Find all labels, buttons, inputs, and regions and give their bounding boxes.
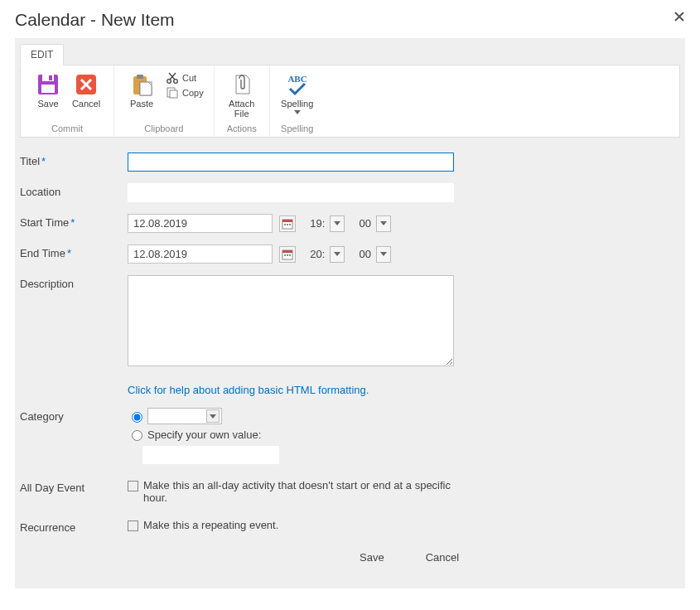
recurrence-checkbox[interactable]: [128, 520, 138, 531]
location-input[interactable]: [128, 183, 454, 202]
close-button[interactable]: [673, 10, 685, 25]
cancel-icon: [74, 72, 99, 97]
ribbon-group-label-commit: Commit: [29, 123, 105, 133]
svg-rect-20: [284, 254, 286, 256]
end-time-label-text: End Time: [20, 247, 65, 259]
spelling-label: Spelling: [281, 99, 313, 109]
start-time-label: Start Time*: [20, 214, 128, 229]
svg-rect-11: [170, 90, 177, 98]
paste-icon: [129, 72, 154, 97]
start-min-select[interactable]: [376, 215, 391, 232]
end-time-label: End Time*: [20, 244, 128, 259]
footer-cancel-button[interactable]: Cancel: [426, 551, 459, 564]
category-radio-select[interactable]: [132, 412, 142, 423]
svg-rect-15: [284, 224, 286, 225]
paste-button[interactable]: Paste: [123, 70, 161, 110]
svg-rect-17: [289, 224, 291, 225]
attach-label-1: Attach: [229, 99, 254, 109]
title-label-text: Titel: [20, 155, 40, 167]
description-input[interactable]: [128, 275, 454, 366]
chevron-down-icon: [210, 414, 216, 419]
spelling-button[interactable]: ABC Spelling: [278, 70, 316, 116]
svg-rect-6: [137, 75, 143, 79]
save-label: Save: [37, 99, 58, 109]
copy-label: Copy: [182, 88, 204, 98]
footer-save-button[interactable]: Save: [360, 551, 384, 564]
ribbon-group-clipboard: Paste Cut: [114, 65, 215, 137]
svg-rect-21: [287, 254, 288, 256]
start-date-input[interactable]: [128, 214, 273, 233]
category-radio-own[interactable]: [132, 430, 142, 441]
start-hour-select[interactable]: [330, 215, 345, 232]
spelling-icon: ABC: [283, 72, 311, 97]
end-date-input[interactable]: [128, 244, 273, 264]
allday-label: All Day Event: [20, 479, 128, 494]
ribbon-group-label-spelling: Spelling: [278, 123, 316, 133]
cut-label: Cut: [182, 73, 196, 83]
save-icon: [36, 72, 60, 97]
paste-label: Paste: [130, 99, 153, 109]
description-label: Description: [20, 275, 128, 290]
end-min-select[interactable]: [376, 246, 391, 263]
copy-icon: [166, 86, 179, 99]
svg-rect-16: [287, 224, 288, 225]
category-own-input[interactable]: [142, 446, 279, 464]
cancel-button[interactable]: Cancel: [67, 70, 105, 110]
ribbon-group-spelling: ABC Spelling Spelling: [270, 65, 325, 137]
end-hour-value: 20:: [310, 248, 325, 260]
attach-icon: [229, 72, 254, 97]
svg-text:ABC: ABC: [287, 74, 307, 84]
tab-edit[interactable]: EDIT: [20, 44, 64, 65]
chevron-down-icon: [380, 252, 387, 256]
chevron-down-icon: [380, 221, 387, 225]
calendar-icon: [282, 249, 293, 260]
title-input[interactable]: [128, 152, 454, 172]
allday-text: Make this an all-day activity that doesn…: [143, 479, 459, 504]
svg-rect-22: [289, 254, 291, 256]
start-hour-value: 19:: [310, 217, 325, 230]
ribbon-group-commit: Save Cancel Commit: [21, 65, 114, 137]
ribbon-group-label-clipboard: Clipboard: [123, 123, 205, 133]
end-min-value: 00: [360, 248, 371, 260]
save-button[interactable]: Save: [29, 70, 67, 110]
svg-rect-19: [282, 250, 292, 253]
recurrence-text: Make this a repeating event.: [143, 519, 278, 531]
allday-checkbox[interactable]: [128, 481, 138, 491]
dialog-title: Calendar - New Item: [15, 10, 175, 30]
svg-rect-3: [41, 85, 55, 93]
attach-file-button[interactable]: Attach File: [223, 70, 261, 120]
recurrence-label: Recurrence: [20, 519, 128, 534]
svg-rect-2: [49, 75, 52, 80]
attach-label-2: File: [234, 109, 249, 119]
category-own-label: Specify your own value:: [147, 428, 261, 441]
start-date-picker[interactable]: [279, 215, 296, 232]
form: Titel* Location Start Time*: [15, 138, 685, 588]
close-icon: [673, 11, 685, 22]
calendar-icon: [282, 218, 293, 230]
cut-button[interactable]: Cut: [164, 70, 198, 85]
required-marker: *: [70, 216, 75, 229]
svg-point-8: [167, 80, 171, 84]
chevron-down-icon: [334, 252, 340, 256]
end-date-picker[interactable]: [279, 246, 296, 263]
category-label: Category: [20, 408, 128, 423]
category-select[interactable]: [147, 408, 222, 424]
location-label: Location: [20, 183, 128, 198]
ribbon-group-actions: Attach File Actions: [215, 65, 270, 137]
cancel-label: Cancel: [72, 99, 100, 109]
start-min-value: 00: [360, 217, 371, 230]
ribbon-group-label-actions: Actions: [223, 123, 261, 133]
title-label: Titel*: [20, 152, 128, 167]
cut-icon: [166, 71, 179, 85]
copy-button[interactable]: Copy: [164, 85, 205, 100]
chevron-down-icon: [334, 221, 340, 225]
svg-rect-14: [282, 220, 292, 222]
ribbon: Save Cancel Commit: [20, 65, 680, 138]
start-time-label-text: Start Time: [20, 216, 69, 229]
end-hour-select[interactable]: [330, 246, 345, 263]
required-marker: *: [41, 155, 46, 167]
chevron-down-icon: [294, 110, 301, 114]
required-marker: *: [67, 247, 71, 259]
html-help-link[interactable]: Click for help about adding basic HTML f…: [128, 384, 369, 396]
svg-point-9: [174, 80, 178, 84]
